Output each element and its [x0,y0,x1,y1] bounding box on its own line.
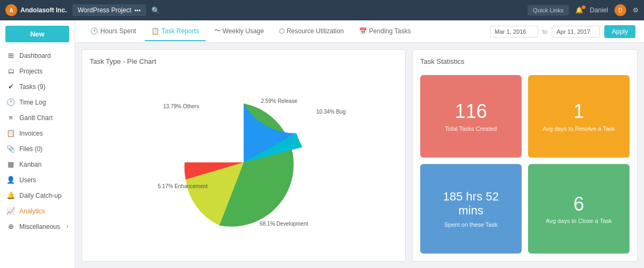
stat-card-avg-close: 6 Avg days to Close a Task [528,164,630,254]
avg-close-label: Avg days to Close a Task [546,218,612,224]
sidebar-item-kanban[interactable]: ▦ Kanban [0,157,75,172]
top-bar-right: Quick Links 🔔 Daniel D ⚙ [528,4,639,16]
tab-resource-label: Resource Utilization [287,27,344,35]
sidebar-label-gantt: Gantt Chart [19,114,53,122]
stats-panel-title: Task Statistics [420,57,630,65]
sidebar-label-daily: Daily Catch-up [19,192,62,199]
time-spent-label: Spent on these Task [444,221,497,228]
label-development: 68.1% Development [260,221,308,227]
daily-icon: 🔔 [6,191,15,199]
settings-icon[interactable]: ⚙ [633,6,639,14]
sidebar-item-daily[interactable]: 🔔 Daily Catch-up [0,188,75,203]
apply-button[interactable]: Apply [604,25,635,38]
search-icon[interactable]: 🔍 [151,6,160,14]
main-content: 🕐 Hours Spent 📋 Task Reports 〜 Weekly Us… [75,20,644,268]
sidebar-item-dashboard[interactable]: ⊞ Dashboard [0,48,75,63]
main-layout: New ⊞ Dashboard 🗂 Projects ✔ Tasks (9) 🕐… [0,20,644,268]
tab-resource-util[interactable]: ⬡ Resource Utilization [273,22,350,41]
date-separator: to [543,28,547,35]
project-name: WordPress Project [78,6,131,14]
stat-card-total-tasks: 116 Total Tasks Created [420,75,522,158]
pie-chart-panel: Task Type - Pie Chart [82,49,406,262]
tab-hours-label: Hours Spent [100,27,136,35]
project-menu-icon: ••• [134,7,141,13]
tab-task-reports-label: Task Reports [162,27,199,35]
hours-icon: 🕐 [90,27,98,35]
date-range-controls: to Apply [490,25,635,38]
label-release: 2.59% Release [261,98,297,104]
stat-card-avg-resolve: 1 Avg days to Resolve a Task [528,75,630,158]
tab-pending-label: Pending Tasks [369,27,411,35]
label-enhancement: 5.17% Enhancement [158,183,208,189]
content-area: Task Type - Pie Chart [75,43,644,268]
gantt-icon: ≡ [6,114,15,122]
quick-links-button[interactable]: Quick Links [528,5,569,16]
sidebar-item-projects[interactable]: 🗂 Projects [0,63,75,79]
date-to-input[interactable] [552,26,600,38]
sidebar-item-files[interactable]: 📎 Files (0) [0,141,75,157]
avg-close-number: 6 [573,193,584,215]
task-reports-icon: 📋 [151,27,159,35]
weekly-icon: 〜 [214,26,221,35]
logo-icon: A [5,4,17,16]
new-button[interactable]: New [5,26,69,42]
logo: A Andolasoft Inc. [5,4,67,16]
stats-grid: 116 Total Tasks Created 1 Avg days to Re… [420,75,630,254]
pending-icon: 📅 [359,27,367,35]
sidebar-item-invoices[interactable]: 📋 Invoices [0,125,75,141]
sidebar-label-kanban: Kanban [19,161,41,168]
sidebar-item-misc[interactable]: ⊕ Miscellaneous › [0,219,75,234]
sidebar-item-analytics[interactable]: 📈 Analytics [0,203,75,219]
users-icon: 👤 [6,176,15,184]
invoices-icon: 📋 [6,129,15,137]
kanban-icon: ▦ [6,160,15,168]
user-avatar: D [614,4,626,16]
sidebar-item-gantt[interactable]: ≡ Gantt Chart [0,110,75,125]
time-spent-number1: 185 hrs 52 [443,190,499,204]
tab-hours-spent[interactable]: 🕐 Hours Spent [84,22,143,41]
sidebar-nav: ⊞ Dashboard 🗂 Projects ✔ Tasks (9) 🕐 Tim… [0,48,75,268]
sidebar-label-misc: Miscellaneous [19,223,60,230]
chart-panel-title: Task Type - Pie Chart [90,57,398,65]
misc-icon: ⊕ [6,222,15,230]
sidebar-item-tasks[interactable]: ✔ Tasks (9) [0,79,75,94]
stat-card-time-spent: 185 hrs 52 mins Spent on these Task [420,164,522,254]
dashboard-icon: ⊞ [6,51,15,59]
sidebar: New ⊞ Dashboard 🗂 Projects ✔ Tasks (9) 🕐… [0,20,75,268]
total-tasks-number: 116 [455,101,487,122]
tab-task-reports[interactable]: 📋 Task Reports [145,22,206,41]
label-bug: 10.34% Bug [317,109,346,115]
top-bar: A Andolasoft Inc. WordPress Project ••• … [0,0,644,20]
analytics-icon: 📈 [6,207,15,215]
tab-pending-tasks[interactable]: 📅 Pending Tasks [353,22,418,41]
sidebar-item-users[interactable]: 👤 Users [0,172,75,188]
tasks-icon: ✔ [6,83,15,91]
pie-chart: 10.34% Bug 2.59% Release 13.79% Others 5… [174,93,313,232]
tab-weekly-usage[interactable]: 〜 Weekly Usage [208,21,270,42]
avg-resolve-label: Avg days to Resolve a Task [543,125,615,132]
total-tasks-label: Total Tasks Created [445,125,496,132]
time-spent-number2: mins [458,204,483,218]
sidebar-label-invoices: Invoices [19,130,43,137]
misc-chevron-icon: › [67,224,68,229]
files-icon: 📎 [6,145,15,153]
resource-icon: ⬡ [279,27,284,35]
sub-nav: 🕐 Hours Spent 📋 Task Reports 〜 Weekly Us… [75,20,644,43]
sidebar-label-users: Users [19,176,36,184]
notification-icon[interactable]: 🔔 [575,6,583,14]
sidebar-item-timelog[interactable]: 🕐 Time Log [0,94,75,110]
sidebar-label-tasks: Tasks (9) [19,83,46,91]
user-name: Daniel [590,6,608,14]
chart-area: 10.34% Bug 2.59% Release 13.79% Others 5… [90,71,398,254]
sidebar-label-dashboard: Dashboard [19,52,51,59]
pie-svg [174,93,313,232]
tab-weekly-label: Weekly Usage [223,27,264,35]
project-selector[interactable]: WordPress Project ••• [72,4,146,16]
date-from-input[interactable] [490,26,538,38]
timelog-icon: 🕐 [6,98,15,106]
sidebar-label-projects: Projects [19,68,42,75]
company-name: Andolasoft Inc. [20,6,67,14]
sidebar-label-analytics: Analytics [19,207,45,215]
sidebar-label-timelog: Time Log [19,99,46,106]
stats-panel: Task Statistics 116 Total Tasks Created … [412,49,638,262]
